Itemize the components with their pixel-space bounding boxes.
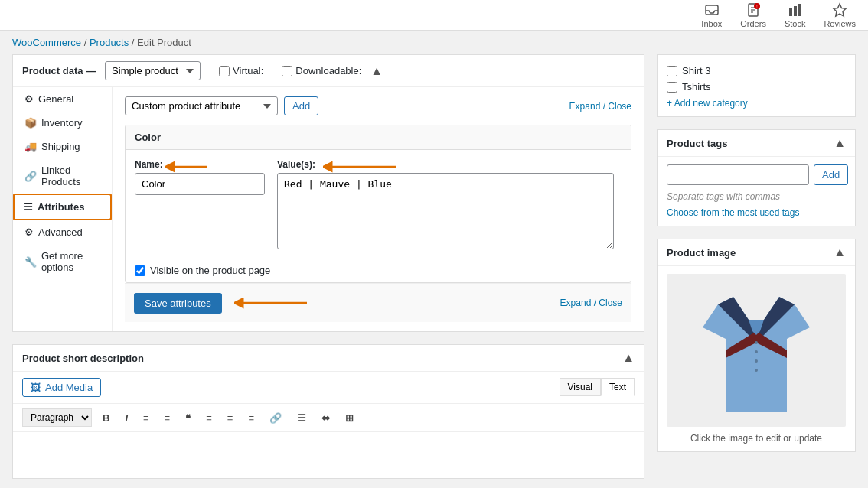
short-description-box: Product short description ▲ 🖼 Add Media … bbox=[12, 344, 644, 479]
table-btn[interactable]: ☰ bbox=[292, 410, 311, 426]
sidebar-item-label: Get more options bbox=[41, 250, 103, 273]
product-image-title: Product image bbox=[667, 247, 736, 259]
sidebar-item-general[interactable]: ⚙ General bbox=[13, 87, 112, 111]
visual-tab[interactable]: Visual bbox=[560, 378, 601, 396]
downloadable-checkbox[interactable] bbox=[282, 66, 292, 76]
product-image-collapse[interactable]: ▲ bbox=[834, 246, 846, 259]
sidebar-item-label: Attributes bbox=[38, 201, 84, 213]
breadcrumb-products[interactable]: Products bbox=[90, 37, 129, 48]
product-tags-collapse[interactable]: ▲ bbox=[834, 136, 846, 150]
editor-area[interactable] bbox=[13, 432, 644, 478]
align-center-btn[interactable]: ≡ bbox=[223, 410, 238, 426]
add-media-icon: 🖼 bbox=[31, 382, 41, 393]
add-attribute-button[interactable]: Add bbox=[284, 96, 318, 115]
sidebar-item-shipping[interactable]: 🚚 Shipping bbox=[13, 135, 112, 158]
color-values-textarea[interactable] bbox=[277, 173, 614, 249]
add-new-category-link[interactable]: + Add new category bbox=[667, 98, 846, 109]
product-type-select[interactable]: Simple product bbox=[105, 61, 201, 80]
sidebar-item-label: General bbox=[38, 93, 73, 105]
product-image-container[interactable] bbox=[667, 274, 846, 427]
sidebar-item-label: Advanced bbox=[38, 226, 83, 238]
arrow-values bbox=[323, 158, 400, 176]
svg-point-22 bbox=[755, 369, 758, 372]
category-tshirts-label: Tshirts bbox=[682, 81, 711, 93]
stock-nav[interactable]: Stock bbox=[785, 2, 806, 28]
color-attribute-block: Color Name: bbox=[125, 125, 631, 283]
stock-icon bbox=[788, 2, 803, 18]
name-label: Name: bbox=[135, 159, 163, 170]
expand-close-top[interactable]: Expand / Close bbox=[569, 101, 631, 112]
svg-point-20 bbox=[755, 350, 758, 353]
sidebar-item-get-more[interactable]: 🔧 Get more options bbox=[13, 244, 112, 279]
category-tshirts-checkbox[interactable] bbox=[667, 82, 677, 93]
svg-text:!: ! bbox=[756, 4, 757, 8]
ul-btn[interactable]: ≡ bbox=[139, 410, 154, 426]
downloadable-group: Downloadable: bbox=[282, 65, 361, 76]
categories-body: Shirt 3 Tshirts + Add new category bbox=[658, 55, 855, 116]
svg-point-21 bbox=[755, 359, 758, 363]
virtual-checkbox[interactable] bbox=[219, 66, 230, 76]
reviews-icon bbox=[832, 2, 847, 18]
breadcrumb-edit-product: Edit Product bbox=[137, 37, 191, 48]
top-bar: Inbox ! Orders Stock Reviews bbox=[0, 0, 868, 31]
attributes-toolbar-left: Custom product attribute Add bbox=[125, 96, 318, 115]
color-name-input[interactable] bbox=[135, 173, 265, 195]
visible-checkbox-group: Visible on the product page bbox=[126, 259, 631, 282]
visible-label: Visible on the product page bbox=[150, 265, 270, 276]
tag-input-row: Add bbox=[667, 164, 846, 185]
italic-btn[interactable]: I bbox=[120, 410, 132, 426]
fullscreen-btn[interactable]: ⇔ bbox=[317, 410, 334, 426]
save-attributes-button[interactable]: Save attributes bbox=[134, 293, 222, 314]
bold-btn[interactable]: B bbox=[98, 410, 114, 426]
side-nav: ⚙ General 📦 Inventory 🚚 Shipping 🔗 Linke… bbox=[13, 87, 113, 331]
attribute-type-select[interactable]: Custom product attribute bbox=[125, 96, 278, 115]
product-image-caption: Click the image to edit or update bbox=[667, 433, 846, 444]
align-right-btn[interactable]: ≡ bbox=[243, 410, 259, 426]
product-image-panel: Product image ▲ bbox=[657, 239, 856, 452]
text-tab[interactable]: Text bbox=[601, 378, 635, 396]
choose-tags-link[interactable]: Choose from the most used tags bbox=[667, 207, 799, 218]
ol-btn[interactable]: ≡ bbox=[160, 410, 175, 426]
attributes-panel: Custom product attribute Add Expand / Cl… bbox=[113, 87, 644, 331]
sidebar-item-label: Linked Products bbox=[41, 164, 103, 187]
inbox-nav[interactable]: Inbox bbox=[701, 2, 722, 28]
paragraph-select[interactable]: Paragraph bbox=[22, 408, 92, 427]
orders-nav[interactable]: ! Orders bbox=[740, 2, 766, 28]
orders-icon: ! bbox=[746, 2, 761, 18]
product-data-header: Product data — Simple product Virtual: D… bbox=[13, 55, 644, 87]
add-media-bar: 🖼 Add Media Visual Text bbox=[13, 372, 644, 404]
save-bar-left: Save attributes bbox=[134, 291, 311, 314]
sidebar-item-linked-products[interactable]: 🔗 Linked Products bbox=[13, 158, 112, 194]
product-image-body: Click the image to edit or update bbox=[658, 266, 855, 451]
add-media-button[interactable]: 🖼 Add Media bbox=[22, 378, 101, 397]
link-btn[interactable]: 🔗 bbox=[265, 410, 286, 426]
attributes-icon: ☰ bbox=[24, 201, 33, 213]
product-data-collapse-btn[interactable]: ▲ bbox=[370, 64, 383, 78]
arrow-save bbox=[234, 291, 311, 314]
breadcrumb-woocommerce[interactable]: WooCommerce bbox=[12, 37, 81, 48]
blockquote-btn[interactable]: ❝ bbox=[181, 410, 195, 426]
grid-btn[interactable]: ⊞ bbox=[341, 410, 358, 426]
category-shirt3-checkbox[interactable] bbox=[667, 66, 677, 76]
align-left-btn[interactable]: ≡ bbox=[201, 410, 217, 426]
sidebar-item-attributes[interactable]: ☰ Attributes bbox=[13, 194, 112, 220]
get-more-icon: 🔧 bbox=[24, 256, 37, 268]
sidebar-item-label: Shipping bbox=[41, 141, 80, 152]
short-description-collapse[interactable]: ▲ bbox=[622, 351, 635, 365]
tag-input[interactable] bbox=[667, 164, 809, 185]
tag-add-button[interactable]: Add bbox=[814, 164, 848, 185]
svg-rect-7 bbox=[789, 8, 792, 16]
sidebar-item-inventory[interactable]: 📦 Inventory bbox=[13, 111, 112, 135]
expand-close-bottom[interactable]: Expand / Close bbox=[560, 298, 622, 308]
virtual-group: Virtual: bbox=[219, 65, 263, 76]
svg-marker-10 bbox=[834, 4, 846, 16]
tag-hint: Separate tags with commas bbox=[667, 191, 846, 202]
visible-checkbox[interactable] bbox=[135, 265, 145, 276]
advanced-icon: ⚙ bbox=[24, 226, 34, 238]
product-tags-title: Product tags bbox=[667, 138, 727, 149]
short-description-title: Product short description bbox=[22, 353, 144, 364]
general-icon: ⚙ bbox=[24, 93, 34, 105]
downloadable-label: Downloadable: bbox=[295, 65, 361, 76]
sidebar-item-advanced[interactable]: ⚙ Advanced bbox=[13, 220, 112, 244]
reviews-nav[interactable]: Reviews bbox=[824, 2, 856, 28]
